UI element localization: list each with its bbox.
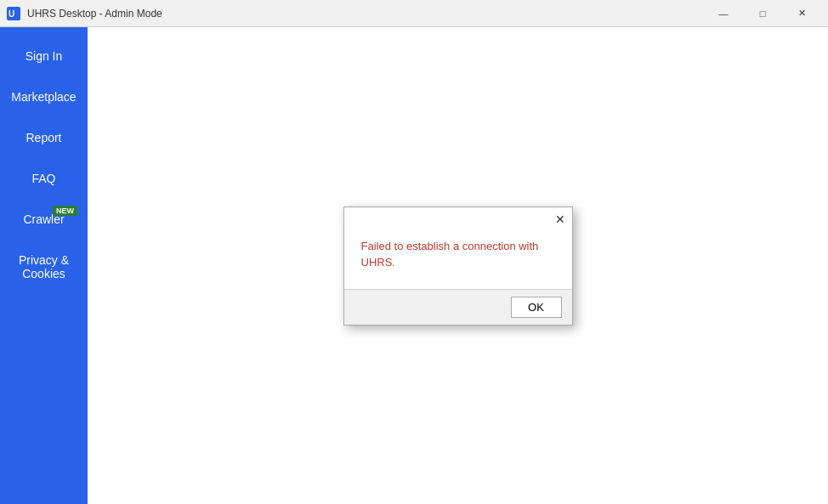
dialog-body: Failed to establish a connection with UH… [344,231,572,289]
dialog-footer: OK [344,289,572,325]
maximize-button[interactable]: □ [743,0,782,27]
sidebar-item-privacy-cookies[interactable]: Privacy & Cookies [0,240,88,294]
ok-button[interactable]: OK [511,297,562,318]
app-body: Sign In Marketplace Report FAQ NEW Crawl… [0,27,828,504]
dialog-close-button[interactable]: ✕ [552,211,569,228]
close-button[interactable]: ✕ [782,0,821,27]
svg-text:U: U [9,9,14,19]
dialog-message: Failed to establish a connection with UH… [361,240,539,269]
main-content: ✕ Failed to establish a connection with … [88,27,828,504]
dialog-overlay: ✕ Failed to establish a connection with … [88,27,828,504]
dialog-titlebar: ✕ [344,207,572,231]
titlebar-left: U UHRS Desktop - Admin Mode [7,7,162,20]
error-dialog: ✕ Failed to establish a connection with … [343,207,573,326]
sidebar-item-label: Marketplace [11,90,76,104]
sidebar-item-label: Privacy & Cookies [19,253,69,280]
minimize-button[interactable]: — [704,0,743,27]
sidebar-item-crawler[interactable]: NEW Crawler [0,199,88,240]
sidebar-item-sign-in[interactable]: Sign In [0,36,88,76]
titlebar: U UHRS Desktop - Admin Mode — □ ✕ [0,0,828,27]
sidebar-item-label: Report [26,131,61,144]
titlebar-title: UHRS Desktop - Admin Mode [27,8,162,20]
sidebar-item-label: Sign In [26,49,63,63]
sidebar-item-report[interactable]: Report [0,117,88,158]
sidebar-item-label: FAQ [31,172,55,185]
sidebar-item-faq[interactable]: FAQ [0,158,88,199]
new-badge: NEW [53,206,77,216]
titlebar-controls: — □ ✕ [704,0,821,27]
sidebar-item-marketplace[interactable]: Marketplace [0,76,88,117]
sidebar: Sign In Marketplace Report FAQ NEW Crawl… [0,27,88,504]
app-icon: U [7,7,20,20]
